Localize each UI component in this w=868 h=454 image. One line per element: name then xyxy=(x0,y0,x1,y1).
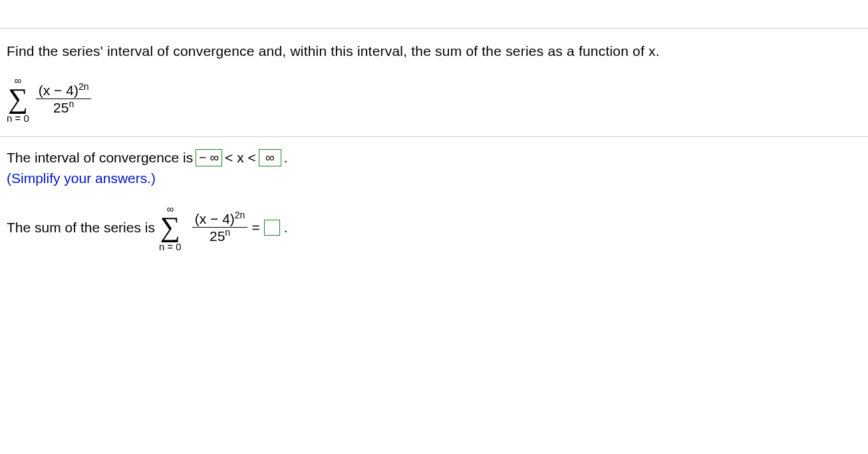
sum-numerator: (x − 4)2n xyxy=(192,210,248,227)
page: Find the series' interval of convergence… xyxy=(0,28,868,454)
interval-line: The interval of convergence is − ∞ < x <… xyxy=(7,149,861,166)
question-text: Find the series' interval of convergence… xyxy=(7,43,861,59)
denominator-base: 25 xyxy=(53,100,69,115)
answer-section: The interval of convergence is − ∞ < x <… xyxy=(0,137,868,265)
numerator-base: (x − 4) xyxy=(39,83,78,98)
sum-sigma-icon: ∑ xyxy=(160,215,180,240)
sum-line: The sum of the series is ∞ ∑ n = 0 (x − … xyxy=(7,204,861,252)
series-numerator: (x − 4)2n xyxy=(36,82,92,99)
sum-fraction: (x − 4)2n 25n xyxy=(192,210,248,244)
equals-sign: = xyxy=(251,220,259,236)
sigma-lower-limit: n = 0 xyxy=(7,113,29,123)
lower-bound-input[interactable]: − ∞ xyxy=(196,149,222,166)
sum-denominator-base: 25 xyxy=(210,228,225,244)
sum-sigma-lower: n = 0 xyxy=(159,242,182,252)
sum-numerator-base: (x − 4) xyxy=(195,211,235,226)
sum-denominator: 25n xyxy=(207,228,233,244)
denominator-exponent: n xyxy=(69,99,74,109)
interval-period: . xyxy=(284,150,288,166)
sum-denominator-exponent: n xyxy=(225,227,230,238)
sum-answer-input[interactable] xyxy=(264,220,280,236)
simplify-hint: (Simplify your answers.) xyxy=(7,170,861,186)
sum-numerator-exponent: 2n xyxy=(235,210,245,220)
interval-middle: < x < xyxy=(225,150,256,166)
sum-label: The sum of the series is xyxy=(7,220,155,236)
series-formula: ∞ ∑ n = 0 (x − 4)2n 25n xyxy=(7,75,861,123)
sigma-symbol: ∞ ∑ n = 0 xyxy=(7,75,29,123)
upper-bound-input[interactable]: ∞ xyxy=(259,149,281,166)
series-denominator: 25n xyxy=(51,99,76,116)
interval-label: The interval of convergence is xyxy=(7,150,193,166)
numerator-exponent: 2n xyxy=(78,81,89,92)
sigma-icon: ∑ xyxy=(8,87,28,112)
sum-sigma-symbol: ∞ ∑ n = 0 xyxy=(159,204,182,252)
sum-period: . xyxy=(284,220,288,236)
question-section: Find the series' interval of convergence… xyxy=(0,29,868,137)
series-fraction: (x − 4)2n 25n xyxy=(36,82,92,116)
